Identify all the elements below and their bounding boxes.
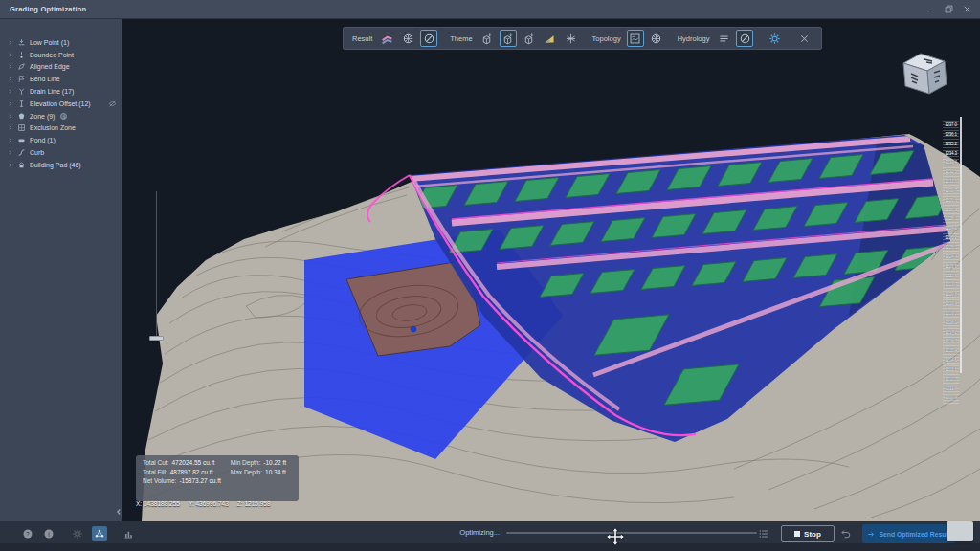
sidebar-item-curb[interactable]: Curb [0, 146, 122, 159]
toolbar-settings-button[interactable] [766, 30, 783, 47]
elevation-tick: 1223.5 [943, 262, 959, 272]
elevation-tick: 1227.1 [943, 224, 959, 233]
elevation-tick: 1221.7 [943, 280, 959, 290]
theme-box-theme-button[interactable] [479, 30, 496, 47]
bend-line-icon [17, 75, 26, 83]
sidebar-item-aligned-edge[interactable]: Aligned Edge [0, 61, 122, 74]
result-slope-result-button[interactable] [378, 30, 395, 47]
toolbar-group-label: Topology [592, 34, 621, 43]
elevation-tick: 1222.6 [943, 272, 959, 281]
stop-button[interactable]: Stop [781, 525, 835, 542]
minimize-icon[interactable] [925, 4, 936, 14]
hydrology-no-symbol-button[interactable] [736, 30, 753, 47]
elevation-tick: 1220.8 [943, 290, 959, 299]
sidebar-item-bend-line[interactable]: Bend Line [0, 73, 122, 85]
hydrology-water-lines-button[interactable] [715, 30, 732, 47]
elevation-tick: 1228.0 [943, 214, 959, 224]
chevron-right-icon [7, 88, 13, 95]
exclusion-zone-icon [17, 123, 26, 132]
sidebar-item-low-point-1[interactable]: Low Point (1) [0, 36, 122, 49]
undo-button[interactable] [838, 526, 854, 541]
toolbar-group-hydrology: Hydrology [678, 30, 754, 47]
gear-icon [768, 33, 781, 45]
close-icon [798, 33, 811, 45]
elevation-tick: 1217.2 [943, 328, 959, 338]
sidebar-item-label: Bend Line [30, 76, 60, 82]
toolbar-close-button[interactable] [795, 30, 813, 47]
zone-icon [17, 112, 26, 121]
sidebar-item-label: Drain Line (17) [30, 88, 74, 95]
viewport-3d[interactable]: ResultThemeTopologyHydrology 1237.01236.… [122, 19, 980, 521]
toolbar-group-label: Theme [450, 34, 472, 43]
send-arrow-icon [867, 530, 876, 539]
elevation-tick: 1216.3 [943, 337, 959, 346]
theme-elevation-ramp-button[interactable] [542, 30, 559, 47]
overlay-box [947, 521, 973, 541]
view-cube[interactable] [902, 48, 951, 98]
elevation-tick: 1229.8 [943, 196, 959, 206]
optimizing-status: Optimizing... [431, 528, 500, 537]
stat-label: Net Volume: [143, 477, 176, 484]
statistics-button[interactable] [121, 526, 136, 541]
toolbar-group-label: Result [352, 34, 372, 43]
sidebar-item-zone-9[interactable]: Zone (9)i [0, 110, 122, 122]
chevron-right-icon [7, 149, 13, 156]
theme-box-theme-button[interactable] [521, 30, 538, 47]
stat-row: Total Fill:487897.82 cu.ft [143, 469, 221, 475]
elevation-scale-line [960, 117, 962, 373]
curb-icon [17, 148, 26, 157]
elevation-scale: 1237.01236.11235.21234.31233.41232.51231… [943, 121, 959, 404]
sidebar-item-elevation-offset-12[interactable]: Elevation Offset (12) [0, 98, 122, 110]
elevation-tick: 1210.9 [943, 393, 959, 403]
sidebar-item-drain-line-17[interactable]: Drain Line (17) [0, 85, 122, 98]
sidebar-item-exclusion-zone[interactable]: Exclusion Zone [0, 122, 122, 135]
coord-x: X: 1438188.255 [136, 500, 180, 507]
optimization-view-button[interactable] [92, 526, 107, 541]
theme-box-theme-button[interactable] [500, 30, 517, 47]
elevation-tick: 1230.7 [943, 187, 959, 196]
stat-value: -15873.27 cu.ft [179, 477, 220, 484]
help-button[interactable] [20, 526, 35, 541]
sidebar-item-pond-1[interactable]: Pond (1) [0, 134, 122, 146]
no-symbol-icon [739, 33, 751, 45]
elevation-tick: 1219.0 [943, 309, 959, 319]
sidebar-item-building-pad-46[interactable]: Building Pad (46) [0, 159, 122, 171]
elevation-slider-handle[interactable] [149, 336, 164, 341]
chevron-right-icon [7, 39, 13, 46]
result-no-symbol-button[interactable] [420, 30, 437, 47]
wheel-icon [402, 33, 414, 45]
stat-value: 10.34 ft [265, 469, 286, 475]
elevation-tick: 1213.6 [943, 365, 959, 375]
aligned-edge-icon [17, 62, 26, 71]
sidebar-item-label: Zone (9) [30, 113, 55, 120]
sidebar-item-label: Low Point (1) [30, 39, 69, 46]
close-icon[interactable] [962, 4, 972, 14]
elevation-tick: 1226.2 [943, 233, 959, 243]
settings-button[interactable] [70, 526, 85, 541]
window-controls [925, 4, 972, 14]
result-wheel-button[interactable] [399, 30, 416, 47]
elevation-tick: 1236.1 [943, 130, 959, 140]
coord-y: Y: 436996.743 [189, 500, 229, 507]
sidebar-item-label: Elevation Offset (12) [30, 100, 91, 107]
toolbar-group-topology: Topology [592, 30, 665, 47]
theme-snowflake-button[interactable] [563, 30, 580, 47]
grading-optimization-window: Grading Optimization Low Point (1)Bounde… [0, 0, 980, 551]
topology-contour-grid-button[interactable] [627, 30, 644, 47]
elevation-slider-track[interactable] [156, 191, 157, 340]
eye-off-icon[interactable] [108, 99, 117, 108]
stat-label: Min Depth: [231, 459, 260, 466]
log-button[interactable] [756, 526, 771, 541]
send-optimized-result-button[interactable]: Send Optimized Result [862, 524, 955, 543]
elevation-tick: 1224.4 [943, 253, 959, 262]
topology-wheel-button[interactable] [648, 30, 665, 47]
chevron-right-icon [7, 76, 13, 82]
no-symbol-icon [423, 33, 435, 45]
chevron-right-icon [7, 100, 13, 107]
optimization-progress-bar[interactable] [506, 532, 757, 534]
restore-icon[interactable] [944, 4, 954, 14]
slope-result-icon [381, 33, 393, 45]
gear-icon [72, 528, 83, 540]
sidebar-item-bounded-point[interactable]: Bounded Point [0, 49, 122, 61]
info-button[interactable] [41, 526, 56, 541]
